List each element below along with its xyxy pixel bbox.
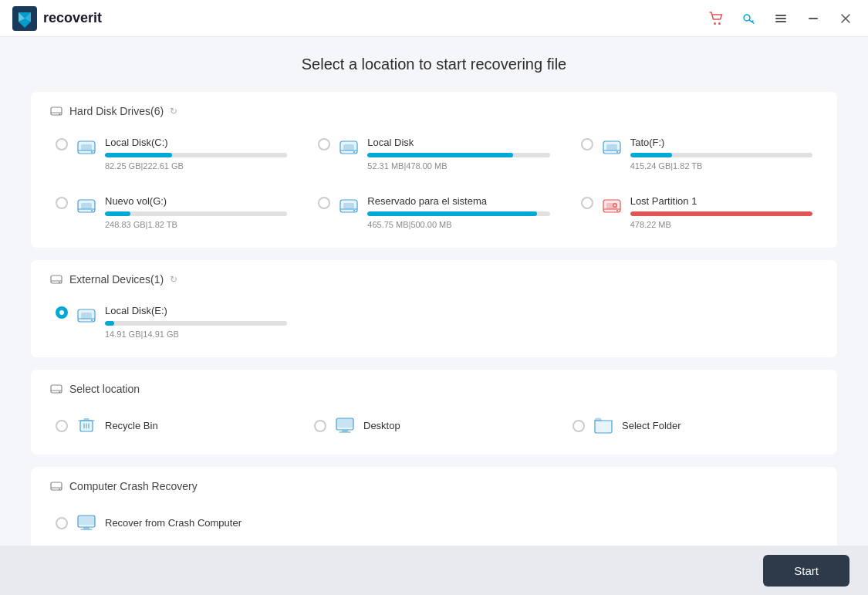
svg-rect-8 bbox=[775, 18, 786, 19]
drive-local-radio[interactable] bbox=[318, 138, 330, 150]
crash-computer-item[interactable]: Recover from Crash Computer bbox=[49, 505, 302, 539]
hdd-icon bbox=[49, 104, 63, 118]
crash-recovery-header: Computer Crash Recovery bbox=[49, 479, 819, 493]
drive-c-progress-fill bbox=[105, 153, 172, 157]
recycle-bin-item[interactable]: Recycle Bin bbox=[49, 408, 302, 442]
minimize-button[interactable] bbox=[803, 8, 823, 29]
crash-recovery-section-icon bbox=[49, 479, 63, 493]
refresh-icon[interactable]: ↻ bbox=[170, 106, 177, 117]
external-devices-header: External Devices(1) ↻ bbox=[49, 272, 819, 286]
drive-f-icon bbox=[601, 137, 623, 158]
app-name: recoverit bbox=[43, 10, 102, 26]
desktop-item[interactable]: Desktop bbox=[308, 408, 560, 442]
external-hdd-icon bbox=[49, 272, 63, 286]
cart-icon bbox=[709, 12, 723, 25]
svg-rect-57 bbox=[51, 482, 62, 490]
drive-lost-progress-bg bbox=[630, 211, 812, 216]
drive-f[interactable]: Tato(F:) 415.24 GB|1.82 TB bbox=[575, 130, 819, 177]
drive-e-radio[interactable] bbox=[56, 306, 68, 319]
svg-rect-31 bbox=[343, 203, 354, 209]
svg-point-59 bbox=[59, 489, 60, 490]
drive-c-size: 82.25 GB|222.61 GB bbox=[105, 161, 287, 171]
recycle-bin-radio[interactable] bbox=[56, 420, 68, 432]
drive-c-name: Local Disk(C:) bbox=[105, 137, 287, 148]
drive-local-progress-bg bbox=[367, 153, 549, 157]
drive-local[interactable]: Local Disk 52.31 MB|478.00 MB bbox=[312, 130, 556, 177]
drive-f-radio[interactable] bbox=[581, 138, 593, 150]
select-location-title: Select location bbox=[69, 383, 140, 395]
svg-point-45 bbox=[91, 319, 93, 321]
logo-icon bbox=[12, 6, 37, 31]
svg-point-4 bbox=[714, 22, 716, 25]
drive-g-info: Nuevo vol(G:) 248.83 GB|1.82 TB bbox=[105, 195, 287, 229]
svg-point-13 bbox=[59, 113, 60, 115]
drive-g-name: Nuevo vol(G:) bbox=[105, 195, 287, 207]
crash-recovery-title: Computer Crash Recovery bbox=[69, 480, 198, 492]
drive-c-radio[interactable] bbox=[56, 138, 68, 150]
svg-point-21 bbox=[353, 151, 355, 153]
key-button[interactable] bbox=[738, 8, 758, 29]
svg-point-29 bbox=[91, 210, 93, 211]
drive-local-progress-fill bbox=[367, 153, 513, 157]
drive-f-name: Tato(F:) bbox=[630, 137, 812, 148]
crash-computer-icon bbox=[76, 512, 97, 533]
svg-rect-15 bbox=[81, 144, 92, 150]
drive-lost-info: Lost Partition 1 478.22 MB bbox=[630, 195, 812, 229]
drive-c[interactable]: Local Disk(C:) 82.25 GB|222.61 GB bbox=[49, 130, 293, 177]
select-folder-item[interactable]: Select Folder bbox=[566, 408, 819, 442]
drive-local-size: 52.31 MB|478.00 MB bbox=[367, 161, 549, 171]
drive-reservado[interactable]: Reservado para el sistema 465.75 MB|500.… bbox=[312, 189, 556, 235]
drive-e-icon bbox=[76, 305, 97, 326]
select-folder-name: Select Folder bbox=[622, 420, 681, 431]
menu-button[interactable] bbox=[771, 8, 791, 29]
crash-computer-radio[interactable] bbox=[56, 517, 68, 529]
menu-icon bbox=[774, 12, 788, 25]
close-button[interactable] bbox=[836, 8, 856, 29]
external-refresh-icon[interactable]: ↻ bbox=[170, 274, 177, 285]
drive-c-info: Local Disk(C:) 82.25 GB|222.61 GB bbox=[105, 137, 287, 171]
cart-button[interactable] bbox=[706, 8, 726, 29]
titlebar-actions bbox=[706, 8, 856, 29]
svg-point-17 bbox=[91, 151, 93, 153]
drive-c-progress-bg bbox=[105, 153, 287, 157]
crash-computer-name: Recover from Crash Computer bbox=[105, 517, 241, 529]
desktop-radio[interactable] bbox=[314, 420, 326, 432]
svg-rect-19 bbox=[343, 144, 354, 150]
svg-point-37 bbox=[616, 210, 618, 211]
drive-local-icon bbox=[338, 137, 360, 158]
drive-g-radio[interactable] bbox=[56, 197, 68, 209]
hard-disk-drives-grid: Local Disk(C:) 82.25 GB|222.61 GB bbox=[49, 130, 819, 235]
close-icon bbox=[839, 12, 853, 25]
minimize-icon bbox=[806, 12, 820, 25]
select-location-icon bbox=[49, 382, 63, 396]
app-logo: recoverit bbox=[12, 6, 102, 31]
drive-g[interactable]: Nuevo vol(G:) 248.83 GB|1.82 TB bbox=[49, 189, 293, 235]
svg-rect-11 bbox=[51, 107, 62, 115]
drive-e[interactable]: Local Disk(E:) 14.91 GB|14.91 GB bbox=[49, 299, 293, 345]
start-button[interactable]: Start bbox=[763, 555, 849, 587]
drive-lost-radio[interactable] bbox=[581, 197, 593, 209]
hard-disk-title: Hard Disk Drives(6) bbox=[69, 105, 164, 117]
recycle-bin-icon bbox=[76, 414, 97, 436]
drive-c-icon bbox=[76, 137, 97, 158]
drive-f-progress-bg bbox=[630, 153, 812, 157]
crash-recovery-section: Computer Crash Recovery Recover from Cra… bbox=[31, 467, 837, 546]
external-devices-title: External Devices(1) bbox=[69, 273, 164, 286]
main-content: Select a location to start recovering fi… bbox=[0, 37, 868, 546]
svg-rect-46 bbox=[51, 385, 62, 393]
drive-reservado-radio[interactable] bbox=[318, 197, 330, 209]
svg-point-25 bbox=[616, 151, 618, 153]
drive-g-icon bbox=[76, 195, 97, 217]
svg-rect-61 bbox=[78, 516, 95, 525]
location-grid: Recycle Bin Desktop Se bbox=[49, 408, 819, 442]
drive-reservado-size: 465.75 MB|500.00 MB bbox=[367, 220, 549, 229]
drive-reservado-info: Reservado para el sistema 465.75 MB|500.… bbox=[367, 195, 549, 229]
drive-e-name: Local Disk(E:) bbox=[105, 305, 287, 316]
select-folder-radio[interactable] bbox=[572, 420, 585, 432]
drive-lost[interactable]: Lost Partition 1 478.22 MB bbox=[575, 189, 819, 235]
drive-e-progress-bg bbox=[105, 321, 287, 326]
drive-f-progress-fill bbox=[630, 153, 672, 157]
svg-rect-10 bbox=[809, 18, 818, 19]
drive-f-size: 415.24 GB|1.82 TB bbox=[630, 161, 812, 171]
svg-point-33 bbox=[353, 210, 355, 211]
